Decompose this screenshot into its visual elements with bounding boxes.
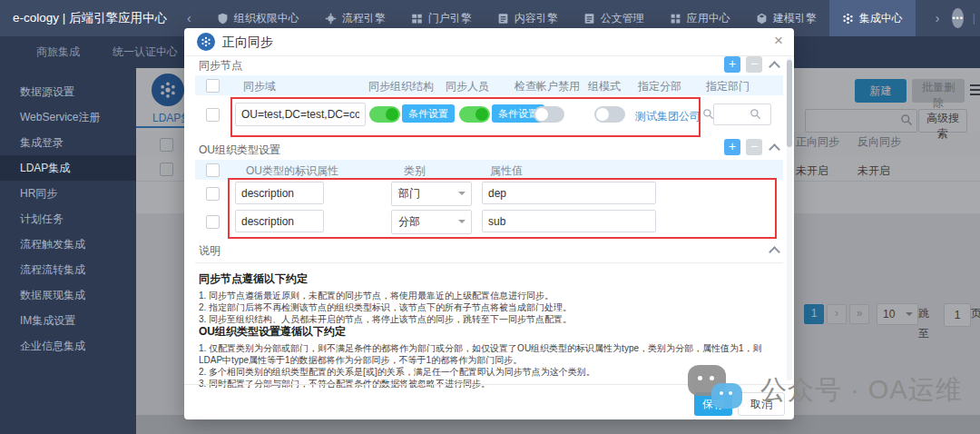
- col-attr-value: 属性值: [490, 163, 523, 179]
- attr-value-input[interactable]: [482, 210, 656, 232]
- rules-title: 同步节点遵循以下约定: [199, 271, 776, 287]
- collapse-section-icon[interactable]: [770, 143, 779, 151]
- col-group-mode: 组模式: [588, 79, 621, 94]
- save-button[interactable]: 保存: [694, 392, 732, 416]
- topbar-right: ••• | 理员 系统管理员 ▾: [952, 0, 980, 42]
- select-all-checkbox[interactable]: [206, 163, 220, 177]
- cube-icon: [756, 13, 768, 25]
- remove-row-icon[interactable]: −: [746, 56, 762, 73]
- divider: [195, 262, 783, 263]
- integration-flower-icon: [842, 13, 854, 25]
- topbar-divider: |: [973, 12, 975, 25]
- sidebar: 数据源设置 WebService注册 集成登录 LDAP集成 HR同步 计划任务…: [0, 68, 136, 434]
- sidebar-item-sso-login[interactable]: 集成登录: [0, 130, 136, 155]
- sync-node-table-header: 同步域 同步组织结构 同步人员 检查帐户禁用 组模式 指定分部 指定部门: [195, 75, 783, 95]
- chevron-down-icon: [458, 192, 466, 199]
- col-assign-subcompany: 指定分部: [638, 79, 681, 94]
- select-all-checkbox[interactable]: [206, 79, 220, 93]
- sidebar-item-workflow-flow[interactable]: 流程流转集成: [0, 257, 136, 282]
- attr-value-input[interactable]: [482, 182, 656, 204]
- add-row-icon[interactable]: +: [724, 56, 740, 73]
- row-checkbox[interactable]: [206, 187, 220, 201]
- department-search-icon[interactable]: [750, 108, 761, 120]
- cancel-button[interactable]: 取消: [738, 392, 785, 416]
- sync-org-toggle[interactable]: [369, 106, 400, 123]
- category-select[interactable]: 部门: [391, 182, 472, 206]
- sidebar-item-scheduled-task[interactable]: 计划任务: [0, 206, 136, 232]
- sync-people-toggle[interactable]: [459, 106, 490, 123]
- rules-title: OU组织类型设置遵循以下约定: [199, 324, 776, 340]
- col-sync-people: 同步人员: [446, 79, 489, 94]
- sidebar-item-hr-sync[interactable]: HR同步: [0, 181, 136, 206]
- sidebar-item-datasource[interactable]: 数据源设置: [0, 79, 136, 104]
- sidebar-item-webservice[interactable]: WebService注册: [0, 104, 136, 130]
- subcompany-value[interactable]: 测试集团公司: [635, 109, 701, 124]
- shield-icon: [217, 13, 229, 25]
- add-row-icon[interactable]: +: [724, 139, 740, 155]
- sync-node-section-label: 同步节点: [199, 58, 242, 74]
- sync-domain-input[interactable]: [235, 103, 366, 126]
- ou-attr-input[interactable]: [235, 182, 324, 204]
- more-nav-chevron-icon[interactable]: ›: [936, 11, 940, 25]
- sidebar-item-data-display[interactable]: 数据展现集成: [0, 282, 136, 308]
- app-root: e-cology | 后端引擎应用中心 ‹ 组织权限中心 流程引擎 门户引擎 内…: [0, 0, 980, 434]
- col-category: 类别: [404, 163, 426, 179]
- portal-grid-icon: [411, 13, 423, 25]
- document-icon: [583, 13, 595, 25]
- col-ou-attr: OU类型的标识属性: [246, 163, 338, 179]
- app-logo: e-cology | 后端引擎应用中心: [13, 10, 167, 26]
- rule-item: 2. 多个相同类别的组织类型配置的关系是[或]的关系，满足任一个配置即认为同步节…: [199, 366, 776, 378]
- row-checkbox[interactable]: [206, 108, 220, 122]
- remove-row-icon[interactable]: −: [746, 139, 762, 155]
- gear-icon: [325, 13, 337, 25]
- modal-header: 正向同步 ×: [184, 28, 794, 56]
- sidebar-item-workflow-trigger[interactable]: 流程触发集成: [0, 232, 136, 257]
- col-sync-org: 同步组织结构: [368, 79, 434, 94]
- more-options-icon[interactable]: •••: [952, 8, 963, 28]
- sync-flower-icon: [197, 33, 215, 51]
- sync-node-rules: 同步节点遵循以下约定 1. 同步节点遵循最近原则，未配置的同步节点，将使用最靠近…: [199, 271, 776, 325]
- modal-scrollbar[interactable]: [787, 57, 792, 380]
- tab-unified-auth[interactable]: 统一认证中心: [96, 36, 194, 68]
- ou-type-section-label: OU组织类型设置: [199, 143, 280, 158]
- col-sync-domain: 同步域: [243, 79, 276, 94]
- ou-type-rules: OU组织类型设置遵循以下约定 1. 仅配置类别为分部或部门，则不满足条件的都将作…: [199, 324, 776, 390]
- category-select[interactable]: 分部: [391, 210, 472, 234]
- chevron-down-icon: [458, 220, 466, 227]
- group-mode-toggle[interactable]: [594, 106, 625, 123]
- close-icon[interactable]: ×: [774, 32, 783, 50]
- rule-item: 2. 指定部门后将不再检测该节点的组织类型标识，该节点下的所有子节点将被当成部门…: [199, 301, 776, 313]
- rule-item: 1. 仅配置类别为分部或部门，则不满足条件的都将作为部门或分部，如仅设置了OU组…: [199, 342, 776, 366]
- tab-business-travel[interactable]: 商旅集成: [20, 36, 96, 68]
- sidebar-item-enterprise-info[interactable]: 企业信息集成: [0, 333, 136, 359]
- row-checkbox[interactable]: [206, 215, 220, 229]
- ou-attr-input[interactable]: [235, 210, 324, 232]
- department-input[interactable]: [713, 104, 771, 125]
- col-assign-department: 指定部门: [706, 79, 750, 94]
- forward-sync-modal: 正向同步 × 同步节点 + − 同步域 同步组织结构 同步人员 检查帐户禁用 组…: [184, 28, 794, 419]
- ou-type-table-header: OU类型的标识属性 类别 属性值: [195, 160, 783, 180]
- notes-section-label: 说明: [199, 243, 220, 259]
- org-condition-button[interactable]: 条件设置: [402, 104, 455, 123]
- sidebar-item-im[interactable]: IM集成设置: [0, 308, 136, 333]
- sidebar-item-ldap[interactable]: LDAP集成: [0, 155, 136, 181]
- modal-title: 正向同步: [222, 35, 273, 51]
- check-account-disabled-toggle[interactable]: [534, 106, 564, 123]
- scrollbar-thumb[interactable]: [787, 60, 792, 147]
- nav-item-integration-center[interactable]: 集成中心: [829, 0, 916, 36]
- modal-footer: 保存 取消: [184, 384, 794, 420]
- col-check-account-disabled: 检查帐户禁用: [514, 79, 580, 94]
- collapse-section-icon[interactable]: [770, 245, 779, 253]
- document-icon: [497, 13, 509, 25]
- collapse-section-icon[interactable]: [770, 60, 779, 68]
- apps-icon: [670, 13, 681, 25]
- collapse-chevron-icon[interactable]: ‹: [187, 11, 191, 25]
- rule-item: 1. 同步节点遵循最近原则，未配置的同步节点，将使用最靠近的上级配置信息进行同步…: [199, 290, 776, 301]
